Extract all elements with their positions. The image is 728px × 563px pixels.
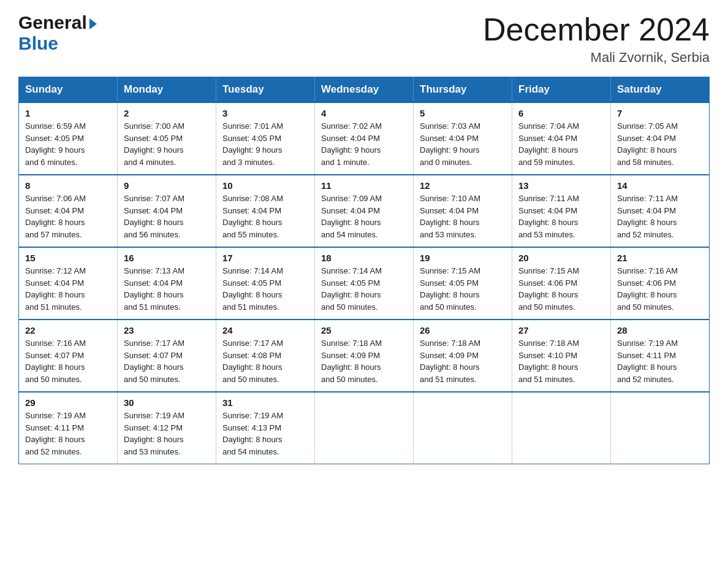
calendar-week-row: 22 Sunrise: 7:16 AMSunset: 4:07 PMDaylig… (19, 320, 710, 392)
calendar-cell: 22 Sunrise: 7:16 AMSunset: 4:07 PMDaylig… (19, 320, 118, 392)
day-number: 12 (420, 180, 506, 191)
calendar-cell: 23 Sunrise: 7:17 AMSunset: 4:07 PMDaylig… (118, 320, 216, 392)
day-number: 8 (25, 180, 111, 191)
day-number: 28 (617, 325, 703, 335)
calendar-cell: 15 Sunrise: 7:12 AMSunset: 4:04 PMDaylig… (19, 247, 118, 320)
calendar-cell: 2 Sunrise: 7:00 AMSunset: 4:05 PMDayligh… (118, 102, 216, 175)
cell-info: Sunrise: 7:00 AMSunset: 4:05 PMDaylight:… (124, 121, 184, 167)
calendar-cell: 16 Sunrise: 7:13 AMSunset: 4:04 PMDaylig… (118, 247, 216, 320)
day-number: 2 (124, 108, 210, 118)
calendar-week-row: 8 Sunrise: 7:06 AMSunset: 4:04 PMDayligh… (19, 175, 710, 247)
calendar-week-row: 29 Sunrise: 7:19 AMSunset: 4:11 PMDaylig… (19, 392, 710, 464)
calendar-cell: 29 Sunrise: 7:19 AMSunset: 4:11 PMDaylig… (19, 392, 118, 464)
page-header: General Blue December 2024 Mali Zvornik,… (18, 12, 710, 66)
day-number: 6 (518, 108, 604, 118)
header-sunday: Sunday (19, 77, 118, 103)
calendar-week-row: 15 Sunrise: 7:12 AMSunset: 4:04 PMDaylig… (19, 247, 710, 320)
cell-info: Sunrise: 7:15 AMSunset: 4:06 PMDaylight:… (518, 266, 579, 312)
calendar-cell: 25 Sunrise: 7:18 AMSunset: 4:09 PMDaylig… (315, 320, 414, 392)
calendar-cell: 13 Sunrise: 7:11 AMSunset: 4:04 PMDaylig… (512, 175, 611, 247)
title-area: December 2024 Mali Zvornik, Serbia (483, 12, 710, 66)
cell-info: Sunrise: 7:03 AMSunset: 4:04 PMDaylight:… (420, 121, 480, 167)
calendar-cell: 1 Sunrise: 6:59 AMSunset: 4:05 PMDayligh… (19, 102, 118, 175)
day-number: 13 (518, 180, 604, 191)
day-number: 9 (124, 180, 210, 191)
logo-general-text: General (18, 12, 87, 33)
cell-info: Sunrise: 7:19 AMSunset: 4:12 PMDaylight:… (124, 411, 184, 456)
calendar-cell (315, 392, 414, 464)
calendar-cell: 10 Sunrise: 7:08 AMSunset: 4:04 PMDaylig… (216, 175, 315, 247)
day-number: 3 (222, 108, 308, 118)
day-number: 18 (321, 253, 407, 263)
cell-info: Sunrise: 7:10 AMSunset: 4:04 PMDaylight:… (420, 194, 480, 239)
calendar-cell: 14 Sunrise: 7:11 AMSunset: 4:04 PMDaylig… (611, 175, 710, 247)
cell-info: Sunrise: 7:11 AMSunset: 4:04 PMDaylight:… (518, 194, 579, 239)
cell-info: Sunrise: 7:19 AMSunset: 4:13 PMDaylight:… (222, 411, 283, 456)
calendar-cell: 11 Sunrise: 7:09 AMSunset: 4:04 PMDaylig… (315, 175, 414, 247)
cell-info: Sunrise: 7:18 AMSunset: 4:09 PMDaylight:… (420, 339, 480, 384)
calendar-cell: 31 Sunrise: 7:19 AMSunset: 4:13 PMDaylig… (216, 392, 315, 464)
calendar-cell: 19 Sunrise: 7:15 AMSunset: 4:05 PMDaylig… (414, 247, 512, 320)
calendar-cell: 17 Sunrise: 7:14 AMSunset: 4:05 PMDaylig… (216, 247, 315, 320)
calendar-table: SundayMondayTuesdayWednesdayThursdayFrid… (18, 77, 710, 464)
cell-info: Sunrise: 7:15 AMSunset: 4:05 PMDaylight:… (420, 266, 480, 312)
header-friday: Friday (512, 77, 611, 103)
day-number: 17 (222, 253, 308, 263)
cell-info: Sunrise: 7:18 AMSunset: 4:10 PMDaylight:… (518, 339, 579, 384)
calendar-cell: 27 Sunrise: 7:18 AMSunset: 4:10 PMDaylig… (512, 320, 611, 392)
calendar-cell: 7 Sunrise: 7:05 AMSunset: 4:04 PMDayligh… (611, 102, 710, 175)
calendar-cell: 5 Sunrise: 7:03 AMSunset: 4:04 PMDayligh… (414, 102, 512, 175)
header-wednesday: Wednesday (315, 77, 414, 103)
cell-info: Sunrise: 7:09 AMSunset: 4:04 PMDaylight:… (321, 194, 382, 239)
day-number: 15 (25, 253, 111, 263)
calendar-cell: 4 Sunrise: 7:02 AMSunset: 4:04 PMDayligh… (315, 102, 414, 175)
day-number: 7 (617, 108, 703, 118)
cell-info: Sunrise: 7:19 AMSunset: 4:11 PMDaylight:… (617, 339, 678, 384)
day-number: 14 (617, 180, 703, 191)
day-number: 25 (321, 325, 407, 335)
month-title: December 2024 (483, 12, 710, 47)
cell-info: Sunrise: 7:17 AMSunset: 4:08 PMDaylight:… (222, 339, 283, 384)
day-number: 16 (124, 253, 210, 263)
cell-info: Sunrise: 7:07 AMSunset: 4:04 PMDaylight:… (124, 194, 184, 239)
cell-info: Sunrise: 7:16 AMSunset: 4:07 PMDaylight:… (25, 339, 86, 384)
day-number: 29 (25, 397, 111, 408)
day-number: 4 (321, 108, 407, 118)
cell-info: Sunrise: 7:18 AMSunset: 4:09 PMDaylight:… (321, 339, 382, 384)
calendar-cell: 28 Sunrise: 7:19 AMSunset: 4:11 PMDaylig… (611, 320, 710, 392)
cell-info: Sunrise: 7:13 AMSunset: 4:04 PMDaylight:… (124, 266, 184, 312)
calendar-cell (611, 392, 710, 464)
cell-info: Sunrise: 7:02 AMSunset: 4:04 PMDaylight:… (321, 121, 382, 167)
calendar-cell: 20 Sunrise: 7:15 AMSunset: 4:06 PMDaylig… (512, 247, 611, 320)
header-saturday: Saturday (611, 77, 710, 103)
day-number: 1 (25, 108, 111, 118)
calendar-week-row: 1 Sunrise: 6:59 AMSunset: 4:05 PMDayligh… (19, 102, 710, 175)
cell-info: Sunrise: 6:59 AMSunset: 4:05 PMDaylight:… (25, 121, 86, 167)
calendar-cell (512, 392, 611, 464)
cell-info: Sunrise: 7:05 AMSunset: 4:04 PMDaylight:… (617, 121, 678, 167)
day-number: 26 (420, 325, 506, 335)
calendar-cell: 9 Sunrise: 7:07 AMSunset: 4:04 PMDayligh… (118, 175, 216, 247)
calendar-cell: 8 Sunrise: 7:06 AMSunset: 4:04 PMDayligh… (19, 175, 118, 247)
calendar-cell: 24 Sunrise: 7:17 AMSunset: 4:08 PMDaylig… (216, 320, 315, 392)
cell-info: Sunrise: 7:01 AMSunset: 4:05 PMDaylight:… (222, 121, 283, 167)
day-number: 22 (25, 325, 111, 335)
calendar-cell: 30 Sunrise: 7:19 AMSunset: 4:12 PMDaylig… (118, 392, 216, 464)
calendar-cell: 3 Sunrise: 7:01 AMSunset: 4:05 PMDayligh… (216, 102, 315, 175)
cell-info: Sunrise: 7:12 AMSunset: 4:04 PMDaylight:… (25, 266, 86, 312)
cell-info: Sunrise: 7:19 AMSunset: 4:11 PMDaylight:… (25, 411, 86, 456)
cell-info: Sunrise: 7:16 AMSunset: 4:06 PMDaylight:… (617, 266, 678, 312)
calendar-cell: 26 Sunrise: 7:18 AMSunset: 4:09 PMDaylig… (414, 320, 512, 392)
cell-info: Sunrise: 7:14 AMSunset: 4:05 PMDaylight:… (222, 266, 283, 312)
day-number: 11 (321, 180, 407, 191)
calendar-cell: 6 Sunrise: 7:04 AMSunset: 4:04 PMDayligh… (512, 102, 611, 175)
header-monday: Monday (118, 77, 216, 103)
day-number: 19 (420, 253, 506, 263)
cell-info: Sunrise: 7:14 AMSunset: 4:05 PMDaylight:… (321, 266, 382, 312)
calendar-header-row: SundayMondayTuesdayWednesdayThursdayFrid… (19, 77, 710, 103)
day-number: 20 (518, 253, 604, 263)
calendar-cell: 18 Sunrise: 7:14 AMSunset: 4:05 PMDaylig… (315, 247, 414, 320)
day-number: 30 (124, 397, 210, 408)
cell-info: Sunrise: 7:17 AMSunset: 4:07 PMDaylight:… (124, 339, 184, 384)
header-thursday: Thursday (414, 77, 512, 103)
